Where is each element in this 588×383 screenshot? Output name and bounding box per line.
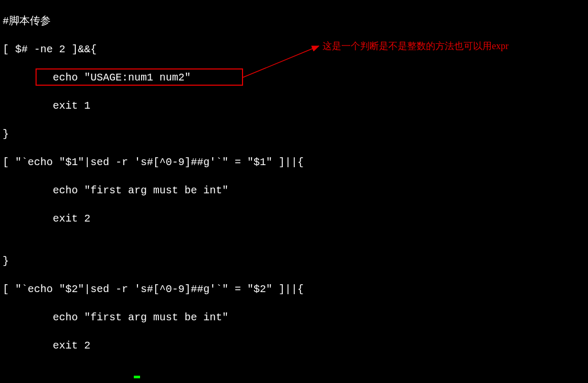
code-block: #脚本传参 [ $# -ne 2 ]&&{ echo "USAGE:num1 n…: [3, 0, 304, 383]
code-line: [ "`echo "$1"|sed -r 's#[^0-9]##g'`" = "…: [3, 155, 304, 169]
code-line: echo "first arg must be int": [3, 310, 304, 324]
code-line: }: [3, 381, 304, 383]
code-line: echo "first arg must be int": [3, 183, 304, 198]
code-line: [ $# -ne 2 ]&&{: [3, 42, 304, 56]
code-line: exit 1: [3, 99, 304, 113]
code-line: }: [3, 254, 304, 268]
code-line: [ "`echo "$2"|sed -r 's#[^0-9]##g'`" = "…: [3, 282, 304, 296]
code-line: #脚本传参: [3, 14, 304, 28]
code-line: exit 2: [3, 212, 304, 226]
annotation-text: 这是一个判断是不是整数的方法也可以用expr: [322, 39, 509, 53]
code-line: exit 2: [3, 339, 304, 353]
code-line: }: [3, 127, 304, 141]
terminal-cursor: [134, 376, 140, 378]
code-line: echo "USAGE:num1 num2": [3, 71, 304, 85]
